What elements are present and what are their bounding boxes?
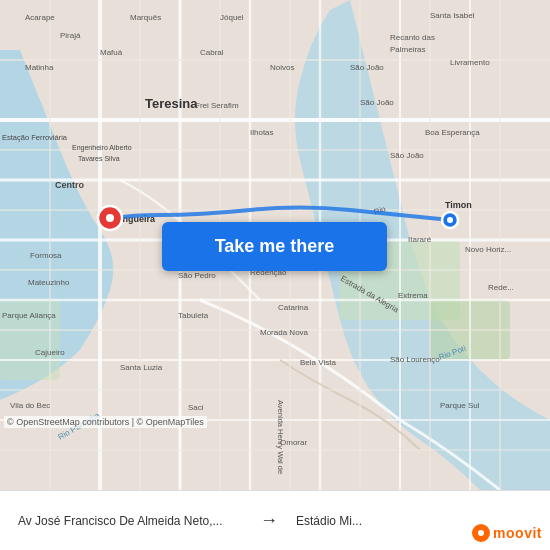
svg-text:Teresina: Teresina: [145, 96, 198, 111]
svg-text:Vila do Bec: Vila do Bec: [10, 401, 50, 410]
svg-text:Bela Vista: Bela Vista: [300, 358, 336, 367]
svg-text:Extrema: Extrema: [398, 291, 428, 300]
svg-point-84: [447, 217, 453, 223]
svg-text:Livramento: Livramento: [450, 58, 490, 67]
svg-text:Engenheiro Alberto: Engenheiro Alberto: [72, 144, 132, 152]
svg-text:Parque Aliança: Parque Aliança: [2, 311, 56, 320]
svg-text:Timon: Timon: [445, 200, 472, 210]
svg-text:Marquês: Marquês: [130, 13, 161, 22]
svg-text:Recanto das: Recanto das: [390, 33, 435, 42]
svg-text:Tavares Silva: Tavares Silva: [78, 155, 120, 162]
svg-text:Boa Esperança: Boa Esperança: [425, 128, 480, 137]
arrow-icon: →: [260, 510, 278, 531]
svg-text:São João: São João: [390, 151, 424, 160]
svg-text:Matinha: Matinha: [25, 63, 54, 72]
svg-text:Palmeiras: Palmeiras: [390, 45, 426, 54]
svg-text:Tabuleta: Tabuleta: [178, 311, 209, 320]
svg-text:Frei Serafim: Frei Serafim: [195, 101, 239, 110]
svg-text:São João: São João: [350, 63, 384, 72]
svg-text:Pirajá: Pirajá: [60, 31, 81, 40]
svg-text:São Lourenço: São Lourenço: [390, 355, 440, 364]
svg-text:Santa Isabel: Santa Isabel: [430, 11, 475, 20]
svg-text:São Pedro: São Pedro: [178, 271, 216, 280]
bottom-bar: Av José Francisco De Almeida Neto,... → …: [0, 490, 550, 550]
svg-text:Saci: Saci: [188, 403, 204, 412]
svg-text:Parque Sul: Parque Sul: [440, 401, 480, 410]
svg-text:Santa Luzia: Santa Luzia: [120, 363, 163, 372]
route-to-text: Estádio Mi...: [296, 514, 460, 528]
svg-text:Acarape: Acarape: [25, 13, 55, 22]
map-attribution: © OpenStreetMap contributors | © OpenMap…: [4, 416, 207, 428]
route-to: Estádio Mi...: [288, 514, 468, 528]
svg-text:Novo Horiz...: Novo Horiz...: [465, 245, 511, 254]
svg-text:Catarina: Catarina: [278, 303, 309, 312]
svg-text:Formosa: Formosa: [30, 251, 62, 260]
svg-text:Estação Ferroviária: Estação Ferroviária: [2, 133, 68, 142]
route-from: Av José Francisco De Almeida Neto,...: [10, 514, 250, 528]
map-container: Acarape Pirajá Marquês Jóquel Santa Isab…: [0, 0, 550, 490]
svg-text:Jóquel: Jóquel: [220, 13, 244, 22]
moovit-circle-icon: [472, 524, 490, 542]
svg-text:Morada Nova: Morada Nova: [260, 328, 309, 337]
svg-point-82: [106, 214, 114, 222]
svg-text:Omorar: Omorar: [280, 438, 307, 447]
svg-text:Mafuá: Mafuá: [100, 48, 123, 57]
svg-text:Cajueiro: Cajueiro: [35, 348, 65, 357]
svg-text:São João: São João: [360, 98, 394, 107]
svg-text:Noivos: Noivos: [270, 63, 294, 72]
svg-text:Cabral: Cabral: [200, 48, 224, 57]
svg-text:Rede...: Rede...: [488, 283, 514, 292]
svg-text:Ilhotas: Ilhotas: [250, 128, 274, 137]
moovit-text: moovit: [493, 525, 542, 541]
take-me-there-button[interactable]: Take me there: [162, 222, 387, 271]
moovit-logo: moovit: [472, 524, 542, 542]
svg-text:Mateuzinho: Mateuzinho: [28, 278, 70, 287]
svg-text:Itararé: Itararé: [408, 235, 432, 244]
svg-text:Centro: Centro: [55, 180, 85, 190]
route-from-text: Av José Francisco De Almeida Neto,...: [18, 514, 242, 528]
